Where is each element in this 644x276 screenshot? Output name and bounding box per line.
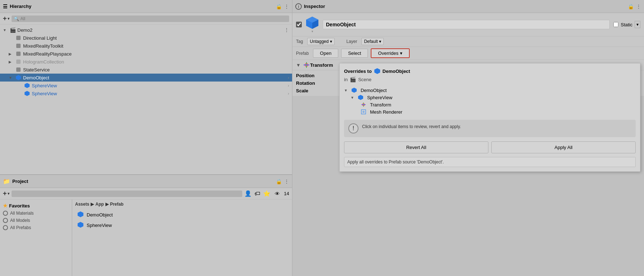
- ov-label-do: DemoObject: [361, 88, 387, 93]
- ov-cube-icon-sv: [358, 95, 364, 100]
- hierarchy-kebab-icon[interactable]: ⋮: [284, 4, 289, 9]
- inspector-title: Inspector: [304, 4, 325, 9]
- hierarchy-item-mrp[interactable]: ▶ MixedRealityPlayspace: [0, 50, 292, 58]
- ov-mesh-icon: [361, 109, 366, 115]
- hierarchy-item-directional-light[interactable]: Directional Light: [0, 34, 292, 42]
- svg-marker-6: [25, 83, 30, 88]
- hierarchy-item-sv1[interactable]: SphereView ›: [0, 82, 292, 89]
- overrides-dropdown-arrow-icon: ▾: [400, 51, 402, 56]
- hierarchy-title: Hierarchy: [10, 4, 31, 9]
- inspector-title-row: i Inspector: [295, 3, 325, 10]
- hierarchy-item-sv2[interactable]: SphereView ›: [0, 89, 292, 97]
- sv1-chevron-icon: ›: [288, 83, 289, 88]
- asset-label-sphere-view: SphereView: [87, 223, 112, 228]
- sidebar-item-all-prefabs[interactable]: All Prefabs: [0, 224, 72, 231]
- layer-dropdown[interactable]: Default ▾: [361, 38, 384, 45]
- search-circle-icon-2: [3, 218, 8, 223]
- hierarchy-item-hc[interactable]: ▶ HologramCollection: [0, 58, 292, 66]
- prefab-overrides-button[interactable]: Overrides ▾: [371, 48, 409, 58]
- ov-label-mesh: Mesh Renderer: [370, 109, 402, 115]
- asset-cube-icon-do: [77, 211, 84, 219]
- label-icon[interactable]: 🏷: [254, 190, 260, 197]
- prefab-open-button[interactable]: Open: [313, 49, 338, 58]
- eye-icon[interactable]: 👁: [273, 190, 281, 197]
- prefab-row: Prefab Open Select Overrides ▾: [292, 47, 644, 60]
- sidebar-item-all-materials[interactable]: All Materials: [0, 210, 72, 217]
- project-header: 📁 Project 🔒 ⋮: [0, 175, 292, 188]
- sidebar-item-all-models[interactable]: All Models: [0, 217, 72, 224]
- sv2-icon: [24, 90, 30, 97]
- hierarchy-add-button[interactable]: + ▾: [3, 15, 9, 22]
- asset-item-demo-object[interactable]: DemoObject: [75, 210, 289, 220]
- project-toolbar-icons: 👤 🏷 ⭐ 👁 14: [244, 190, 289, 197]
- asset-label-demo-object: DemoObject: [87, 212, 113, 218]
- overrides-tree-item-demo-object[interactable]: ▼ DemoObject: [344, 87, 636, 94]
- apply-note: Apply all overrides to Prefab source 'De…: [344, 157, 636, 167]
- svg-marker-7: [25, 91, 30, 96]
- hierarchy-item-demo2[interactable]: ▼ 🎬 Demo2 ⋮: [0, 26, 292, 34]
- revert-all-button[interactable]: Revert All: [344, 141, 488, 153]
- asset-cube-icon-sv: [77, 222, 84, 229]
- svg-marker-5: [16, 75, 21, 80]
- overrides-notice-text: Click on individual items to review, rev…: [362, 123, 461, 130]
- hierarchy-search-input[interactable]: [21, 16, 287, 21]
- apply-all-button[interactable]: Apply All: [491, 141, 636, 153]
- hierarchy-item-label-ss: StateService: [23, 67, 50, 73]
- ov-label-transform: Transform: [370, 102, 391, 108]
- tag-dropdown[interactable]: Untagged ▾: [307, 38, 335, 45]
- demo-object-chevron-icon: ›: [288, 75, 289, 80]
- project-search-box: [12, 190, 242, 197]
- project-search-input[interactable]: [14, 191, 240, 196]
- overrides-tree-item-transform[interactable]: Transform: [344, 101, 636, 108]
- project-dropdown-arrow-icon: ▾: [8, 192, 9, 196]
- overrides-tree-item-sphere-view[interactable]: ▼ SphereView: [344, 94, 636, 101]
- overrides-subtitle-prefix: in: [344, 77, 348, 82]
- rotation-label: Rotation: [296, 80, 321, 86]
- demo2-kebab-icon[interactable]: ⋮: [284, 27, 289, 33]
- hierarchy-item-label-hc: HologramCollection: [23, 59, 64, 65]
- hierarchy-item-demo-object[interactable]: ▼ DemoObject ›: [0, 74, 292, 82]
- inspector-lock-icon[interactable]: 🔒: [628, 4, 634, 9]
- static-checkbox[interactable]: [613, 22, 618, 27]
- mrt-icon: [15, 43, 22, 49]
- project-lock-icon[interactable]: 🔒: [276, 179, 282, 184]
- transform-icon: [303, 61, 310, 69]
- overrides-title-object: DemoObject: [383, 69, 410, 74]
- svg-rect-0: [16, 36, 21, 40]
- notice-exclamation-icon: !: [348, 123, 358, 133]
- people-icon[interactable]: 👤: [244, 190, 252, 197]
- project-add-button[interactable]: + ▾: [3, 190, 9, 197]
- star-toolbar-icon[interactable]: ⭐: [263, 190, 270, 197]
- svg-marker-9: [78, 222, 83, 228]
- hierarchy-search-box: 🔍: [12, 16, 289, 22]
- hierarchy-item-mrt[interactable]: MixedRealityToolkit: [0, 42, 292, 50]
- project-plus-icon: +: [3, 190, 7, 197]
- asset-item-sphere-view[interactable]: SphereView: [75, 220, 289, 231]
- prefab-select-button[interactable]: Select: [341, 49, 368, 58]
- project-sidebar: ★ Favorites All Materials All Models All…: [0, 200, 72, 276]
- hierarchy-item-ss[interactable]: StateService: [0, 66, 292, 74]
- hierarchy-item-label-sv2: SphereView: [32, 91, 57, 96]
- layer-label: Layer: [346, 39, 357, 44]
- ov-cube-icon-do: [351, 87, 357, 93]
- hierarchy-lock-icon[interactable]: 🔒: [276, 4, 282, 9]
- plus-icon: +: [3, 15, 7, 22]
- inspector-header: i Inspector 🔒 ⋮: [292, 0, 644, 13]
- hierarchy-item-label-dl: Directional Light: [23, 35, 57, 41]
- object-arrow-down-icon[interactable]: ▾: [312, 30, 313, 33]
- svg-marker-18: [358, 95, 363, 100]
- overrides-tree-item-mesh-renderer[interactable]: Mesh Renderer: [344, 108, 636, 115]
- tag-dropdown-arrow-icon: ▾: [330, 39, 332, 44]
- project-kebab-icon[interactable]: ⋮: [284, 179, 289, 184]
- object-active-checkbox[interactable]: [296, 22, 302, 27]
- project-title-row: 📁 Project: [3, 178, 28, 185]
- transform-collapse-arrow-icon[interactable]: ▼: [296, 62, 301, 68]
- all-materials-label: All Materials: [10, 211, 34, 216]
- folder-icon: 📁: [3, 178, 10, 185]
- object-name-input[interactable]: [323, 20, 610, 29]
- static-dropdown-btn[interactable]: ▾: [635, 21, 640, 28]
- inspector-kebab-icon[interactable]: ⋮: [636, 4, 641, 9]
- overrides-panel: Overrides to DemoObject in 🎬 Scene ▼ Dem…: [339, 63, 640, 172]
- hierarchy-panel: ☰ Hierarchy 🔒 ⋮ + ▾ 🔍 ▼ 🎬 Demo: [0, 0, 292, 175]
- svg-marker-16: [374, 68, 380, 74]
